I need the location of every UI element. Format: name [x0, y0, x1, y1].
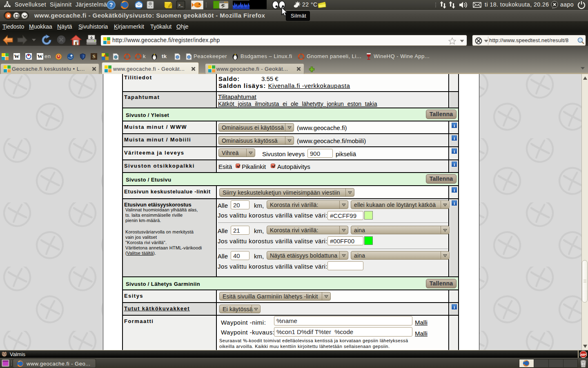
- svg-text:ABP: ABP: [581, 353, 586, 356]
- svg-text:?: ?: [109, 2, 113, 8]
- svg-text:>_: >_: [178, 3, 183, 8]
